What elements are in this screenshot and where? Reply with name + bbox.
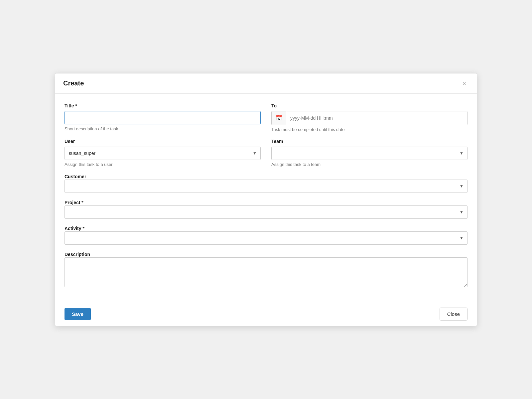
modal-title: Create [63, 79, 84, 87]
modal-footer: Save Close [55, 302, 477, 326]
customer-label: Customer [65, 174, 86, 179]
col-user: User susan_super ▼ Assign this task to a… [65, 139, 261, 167]
description-textarea[interactable] [65, 257, 467, 287]
project-select-wrapper: ▼ [65, 205, 467, 219]
activity-select[interactable] [65, 231, 467, 245]
customer-select-wrapper: ▼ [65, 180, 467, 193]
row-title-to: Title * Short description of the task To… [65, 103, 467, 132]
team-hint: Assign this task to a team [271, 162, 467, 167]
team-group: Team ▼ Assign this task to a team [271, 139, 467, 167]
project-label: Project * [65, 200, 83, 205]
team-select[interactable] [271, 147, 467, 160]
activity-group: Activity * ▼ [65, 225, 467, 245]
customer-group: Customer ▼ [65, 174, 467, 193]
activity-label: Activity * [65, 226, 84, 231]
save-button[interactable]: Save [65, 308, 91, 320]
user-hint: Assign this task to a user [65, 162, 261, 167]
col-title: Title * Short description of the task [65, 103, 261, 132]
description-label: Description [65, 252, 90, 257]
description-group: Description [65, 251, 467, 289]
team-label: Team [271, 139, 467, 144]
user-select-wrapper: susan_super ▼ [65, 147, 261, 160]
team-select-wrapper: ▼ [271, 147, 467, 160]
project-select[interactable] [65, 205, 467, 219]
close-button[interactable]: Close [440, 308, 467, 321]
title-hint: Short description of the task [65, 126, 261, 131]
modal-header: Create × [55, 73, 477, 94]
activity-select-wrapper: ▼ [65, 231, 467, 245]
customer-select[interactable] [65, 180, 467, 193]
datetime-input[interactable] [286, 111, 467, 125]
col-to: To 📅 Task must be completed until this d… [271, 103, 467, 132]
user-select[interactable]: susan_super [65, 147, 261, 160]
title-group: Title * Short description of the task [65, 103, 261, 131]
project-group: Project * ▼ [65, 200, 467, 219]
user-group: User susan_super ▼ Assign this task to a… [65, 139, 261, 167]
to-group: To 📅 Task must be completed until this d… [271, 103, 467, 132]
title-input[interactable] [65, 111, 261, 124]
datetime-wrapper: 📅 [271, 111, 467, 125]
create-modal: Create × Title * Short description of th… [55, 73, 477, 326]
title-label: Title * [65, 103, 261, 108]
col-team: Team ▼ Assign this task to a team [271, 139, 467, 167]
to-label: To [271, 103, 467, 108]
modal-body: Title * Short description of the task To… [55, 94, 477, 302]
row-user-team: User susan_super ▼ Assign this task to a… [65, 139, 467, 167]
to-hint: Task must be completed until this date [271, 127, 467, 132]
close-x-button[interactable]: × [460, 79, 469, 88]
calendar-icon[interactable]: 📅 [272, 111, 286, 125]
user-label: User [65, 139, 261, 144]
